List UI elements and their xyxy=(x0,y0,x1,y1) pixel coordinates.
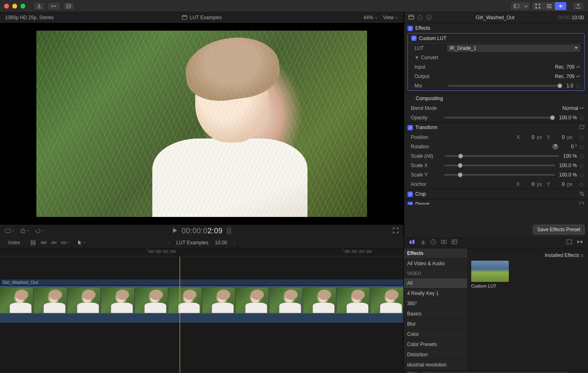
position-x[interactable]: 0 xyxy=(522,134,535,140)
effects-category-item[interactable]: Color xyxy=(404,329,467,339)
rotation-dial[interactable] xyxy=(552,143,559,150)
arrow-tool[interactable] xyxy=(77,239,85,246)
audio-effects-tab[interactable] xyxy=(419,239,427,246)
mix-slider[interactable] xyxy=(448,85,562,87)
effects-checkbox[interactable]: ✓ xyxy=(408,26,413,31)
layout-grid[interactable] xyxy=(532,2,543,10)
transitions-tab[interactable] xyxy=(429,239,437,246)
clip-audio-track[interactable] xyxy=(0,314,403,323)
timeline-nav-next[interactable]: › xyxy=(234,240,235,246)
effects-category-item[interactable]: 360° xyxy=(404,298,467,308)
import-button[interactable] xyxy=(33,2,45,10)
timecode-display[interactable]: 00:00:02:09 xyxy=(182,227,223,235)
timeline-clip[interactable]: Girl_Washed_Out xyxy=(0,286,403,323)
scale-y-slider[interactable] xyxy=(444,174,555,176)
save-effects-preset-button[interactable]: Save Effects Preset xyxy=(533,225,585,235)
minimize-window[interactable] xyxy=(12,4,17,9)
transform-header[interactable]: ✓ Transform xyxy=(404,123,588,132)
scale-y-value[interactable]: 100.0 % xyxy=(559,172,577,178)
effects-category-item[interactable]: Distortion xyxy=(404,349,467,360)
insert-clip-button[interactable] xyxy=(40,239,48,246)
color-inspector-tab[interactable] xyxy=(417,14,423,21)
mix-value[interactable]: 1.0 xyxy=(566,83,573,89)
connect-clip-button[interactable] xyxy=(29,239,37,246)
play-button[interactable] xyxy=(173,227,178,235)
playhead[interactable] xyxy=(180,257,180,373)
overwrite-clip-button[interactable] xyxy=(61,239,69,246)
viewer-canvas[interactable] xyxy=(0,23,403,225)
anchor-x[interactable]: 0 xyxy=(522,181,535,187)
inspector-toggle[interactable] xyxy=(555,2,566,10)
themes-tab[interactable] xyxy=(565,239,573,246)
distort-header[interactable]: ✓ Distort xyxy=(404,199,588,205)
keyframe-icon[interactable]: ◇ xyxy=(579,181,584,188)
scale-x-value[interactable]: 100.0 % xyxy=(559,163,577,168)
lut-select[interactable]: IR_Grade_1 xyxy=(447,45,580,52)
crop-checkbox[interactable]: ✓ xyxy=(408,192,413,197)
keyword-button[interactable] xyxy=(47,2,60,10)
effects-category-item[interactable]: All Video & Audio xyxy=(404,258,467,268)
fullscreen-button[interactable] xyxy=(393,229,399,235)
effects-onscreen-menu[interactable] xyxy=(20,228,29,234)
effects-category-item[interactable]: Color Presets xyxy=(404,339,467,349)
background-tasks-button[interactable] xyxy=(63,2,74,10)
rotation-value[interactable]: 0 ° xyxy=(571,144,577,150)
effects-category-item[interactable]: idustrial revolution xyxy=(404,360,467,370)
zoom-dropdown[interactable]: 44% xyxy=(363,15,378,20)
generators-tab[interactable] xyxy=(450,239,459,246)
browser-toggle[interactable] xyxy=(511,2,522,10)
timeline-ruler[interactable]: 00:00:02:0000:00:04:00 xyxy=(0,248,403,257)
transform-checkbox[interactable]: ✓ xyxy=(408,125,413,130)
keyframe-icon[interactable]: ◇ xyxy=(576,83,580,89)
video-inspector-tab[interactable] xyxy=(408,14,414,21)
keyframe-icon[interactable]: ◇ xyxy=(579,172,584,178)
crop-onscreen-icon[interactable] xyxy=(579,191,585,198)
effects-section-header[interactable]: ✓ Effects xyxy=(404,23,588,33)
scale-all-slider[interactable] xyxy=(444,155,559,157)
viewer-display-menu[interactable] xyxy=(5,228,14,234)
keyframe-icon[interactable]: ◇ xyxy=(579,134,584,141)
effects-browser-tab[interactable] xyxy=(408,239,416,246)
input-colorspace[interactable]: Rec. 709▴▾ xyxy=(555,64,580,70)
installed-effects-dropdown[interactable]: Installed Effects ⇅ xyxy=(545,252,584,258)
retime-menu[interactable] xyxy=(35,228,45,234)
effects-category-item[interactable]: All xyxy=(404,278,467,288)
distort-checkbox[interactable]: ✓ xyxy=(408,202,413,205)
output-colorspace[interactable]: Rec. 709▴▾ xyxy=(555,74,580,79)
keyframe-icon[interactable]: ◇ xyxy=(579,143,584,150)
opacity-value[interactable]: 100.0 % xyxy=(559,115,577,121)
timeline-nav-prev[interactable]: ‹ xyxy=(168,240,170,246)
disclosure-triangle[interactable]: ▼ xyxy=(414,55,419,60)
bowtie-icon[interactable] xyxy=(576,239,584,246)
crop-header[interactable]: ✓ Crop xyxy=(404,189,588,199)
share-button[interactable] xyxy=(572,2,584,10)
layout-list[interactable] xyxy=(543,2,555,10)
effects-list-view-toggle[interactable] xyxy=(407,371,417,373)
transform-onscreen-icon[interactable] xyxy=(579,124,585,131)
titles-tab[interactable] xyxy=(440,239,448,246)
keyframe-icon[interactable]: ◇ xyxy=(579,153,584,159)
effect-item-custom-lut[interactable]: Custom LUT xyxy=(471,261,509,288)
close-window[interactable] xyxy=(4,4,9,9)
scale-all-value[interactable]: 100 % xyxy=(563,153,577,159)
view-dropdown[interactable]: View xyxy=(383,15,399,20)
timeline-body[interactable]: Girl_Washed_Out xyxy=(0,257,403,373)
append-clip-button[interactable] xyxy=(50,239,58,246)
zoom-window[interactable] xyxy=(20,4,25,9)
blend-mode-select[interactable]: Normal▴▾ xyxy=(562,105,584,111)
effects-category-item[interactable]: 4 Really Key 1 xyxy=(404,288,467,298)
position-y[interactable]: 0 xyxy=(552,134,565,140)
timeline-index-button[interactable]: Index xyxy=(4,239,24,247)
effects-category-item[interactable]: Blur xyxy=(404,319,467,329)
keyframe-icon[interactable]: ◇ xyxy=(579,114,584,121)
effects-search[interactable]: custom lut ⓧ xyxy=(420,372,568,373)
opacity-slider[interactable] xyxy=(444,117,555,118)
browser-dropdown[interactable] xyxy=(522,2,530,10)
scale-x-slider[interactable] xyxy=(444,165,555,166)
anchor-y[interactable]: 0 xyxy=(552,181,565,187)
distort-onscreen-icon[interactable] xyxy=(579,201,585,205)
keyframe-icon[interactable]: ◇ xyxy=(579,162,584,169)
info-inspector-tab[interactable] xyxy=(426,14,432,21)
effects-category-item[interactable]: Basics xyxy=(404,308,467,319)
custom-lut-checkbox[interactable]: ✓ xyxy=(411,36,416,41)
